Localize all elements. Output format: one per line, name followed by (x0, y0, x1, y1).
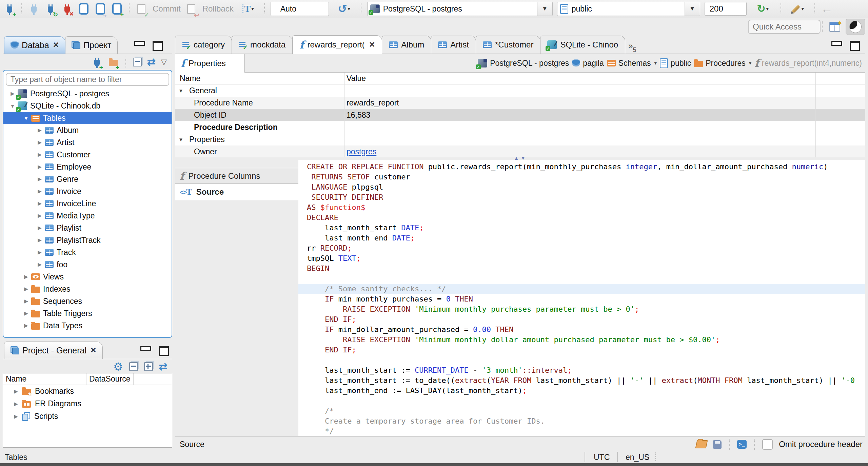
grid-group-properties[interactable]: ▼Properties (175, 133, 865, 145)
tree-item-table[interactable]: ▶Playlist (3, 222, 172, 234)
tree-item-views[interactable]: ▶Views (3, 271, 172, 283)
expand-arrow-icon[interactable]: ▶ (35, 188, 45, 194)
commit-label[interactable]: Commit (153, 4, 181, 14)
expand-arrow-icon[interactable]: ▶ (21, 298, 31, 304)
tree-item-sequences[interactable]: ▶Sequences (3, 295, 172, 307)
sql-format-button[interactable]: ▾ (787, 2, 809, 16)
tree-item-table[interactable]: ▶Genre (3, 173, 172, 185)
collapse-all-icon[interactable] (129, 362, 138, 371)
grid-row-object-id[interactable]: Object ID16,583 (175, 109, 865, 121)
column-name[interactable]: Name (3, 373, 86, 385)
expand-arrow-icon[interactable]: ▶ (35, 127, 45, 133)
owner-link[interactable]: postgres (347, 147, 376, 156)
expand-arrow-icon[interactable]: ▶ (35, 249, 45, 255)
column-name[interactable]: Name (175, 74, 347, 83)
expand-arrow-icon[interactable]: ▶ (11, 401, 21, 407)
expand-arrow-icon[interactable]: ▶ (35, 237, 45, 243)
column-value[interactable]: Value (347, 74, 366, 83)
editor-tab-category[interactable]: ✓category (175, 36, 232, 54)
project-item-scripts[interactable]: ▶Scripts (3, 410, 172, 423)
code-line[interactable]: IF min_monthly_purchases = 0 THEN (298, 294, 865, 304)
close-icon[interactable]: ✕ (90, 346, 96, 355)
code-line[interactable] (298, 355, 865, 365)
tree-item-tables[interactable]: ▼Tables (3, 112, 172, 124)
code-line[interactable]: LANGUAGE plpgsql (298, 182, 865, 192)
code-line[interactable]: RAISE EXCEPTION 'Minimum monthly purchas… (298, 304, 865, 314)
commit-mode-combo[interactable]: Auto (271, 2, 329, 16)
tree-item-table[interactable]: ▶Artist (3, 136, 172, 149)
open-file-icon[interactable] (695, 440, 708, 448)
code-line[interactable]: RAISE EXCEPTION 'Minimum monthly dollar … (298, 335, 865, 345)
expand-arrow-icon[interactable]: ▶ (35, 176, 45, 182)
minimize-icon[interactable] (831, 41, 842, 46)
code-line[interactable]: END IF; (298, 345, 865, 355)
code-line[interactable]: tmpSQL TEXT; (298, 253, 865, 264)
auto-refresh-button[interactable]: ↻▾ (751, 2, 775, 16)
tree-item-table[interactable]: ▶Track (3, 246, 172, 258)
project-item-bookmarks[interactable]: ▶★Bookmarks (3, 385, 172, 397)
editor-tab-rewards-report[interactable]: frewards_report(✕ (292, 35, 382, 54)
rollback-button[interactable]: ↩ (185, 2, 197, 16)
tree-item-table[interactable]: ▶InvoiceLine (3, 197, 172, 210)
code-line[interactable]: last_month_start := CURRENT_DATE - '3 mo… (298, 365, 865, 375)
grid-row-procedure-description[interactable]: Procedure Description (175, 121, 865, 133)
omit-procedure-header-checkbox[interactable] (762, 439, 773, 450)
tree-item-table[interactable]: ▶PlaylistTrack (3, 234, 172, 246)
link-with-editor-icon[interactable]: ⇄ (159, 362, 167, 371)
tree-item-table[interactable]: ▶Customer (3, 149, 172, 161)
source-code-editor[interactable]: CREATE OR REPLACE FUNCTION public.reward… (298, 160, 865, 436)
expand-arrow-icon[interactable]: ▶ (35, 261, 45, 268)
expand-arrow-icon[interactable]: ▶ (35, 225, 45, 231)
tab-overflow-button[interactable]: »5 (628, 42, 636, 54)
expand-arrow-icon[interactable]: ▶ (35, 152, 45, 158)
tree-item-table[interactable]: ▶MediaType (3, 210, 172, 222)
editor-tab-mockdata[interactable]: ✓mockdata (232, 36, 293, 54)
expand-arrow-icon[interactable]: ▶ (35, 213, 45, 219)
code-line[interactable]: last_month_end := LAST_DAY(last_month_st… (298, 386, 865, 396)
code-line[interactable]: last_month_end DATE; (298, 233, 865, 243)
maximize-icon[interactable] (850, 41, 860, 51)
code-line[interactable] (298, 396, 865, 406)
transaction-log-button[interactable]: ↺▾ (333, 2, 355, 16)
gear-icon[interactable]: ⚙ (113, 361, 123, 372)
grid-source-splitter[interactable]: ▲▼ (175, 157, 865, 160)
code-line[interactable]: last_month_start := to_date((extract(YEA… (298, 375, 865, 386)
editor-tab-customer[interactable]: *Customer (476, 36, 540, 54)
tree-item-table[interactable]: ▶Invoice (3, 185, 172, 197)
tree-item-table[interactable]: ▶Album (3, 124, 172, 136)
expand-arrow-icon[interactable]: ▶ (35, 139, 45, 145)
column-datasource[interactable]: DataSource (86, 373, 134, 385)
view-menu-icon[interactable]: ▽ (161, 58, 167, 66)
expand-arrow-icon[interactable]: ▶ (21, 286, 31, 292)
fetch-size-input[interactable] (705, 2, 747, 16)
minimize-icon[interactable] (134, 41, 145, 46)
code-line[interactable]: RETURNS SETOF customer (298, 172, 865, 182)
new-connection-button[interactable]: + (92, 55, 102, 69)
tree-item-table[interactable]: ▶foo (3, 258, 172, 271)
maximize-icon[interactable] (159, 346, 169, 356)
dbeaver-perspective-button[interactable] (846, 19, 865, 35)
editor-tab-album[interactable]: Album (382, 36, 431, 54)
collapse-arrow-icon[interactable]: ▼ (21, 115, 31, 121)
object-filter-input[interactable] (6, 73, 169, 86)
grid-group-general[interactable]: ▼General (175, 84, 865, 97)
code-line[interactable]: END IF; (298, 314, 865, 325)
save-icon[interactable] (713, 440, 722, 449)
expand-arrow-icon[interactable]: ▶ (35, 164, 45, 170)
code-line[interactable]: DECLARE (298, 213, 865, 223)
schema-dropdown-button[interactable]: ▼ (685, 2, 700, 16)
collapse-arrow-icon[interactable]: ▼ (175, 88, 186, 94)
breadcrumb-item-procedure[interactable]: frewards_report(int4,numeric) (754, 58, 862, 68)
editor-tab-artist[interactable]: Artist (431, 36, 476, 54)
status-locale[interactable]: en_US (626, 453, 649, 462)
code-line[interactable] (298, 274, 865, 284)
new-folder-button[interactable]: + (108, 55, 119, 69)
new-connection-button[interactable]: + (3, 2, 16, 16)
expand-arrow-icon[interactable]: ▶ (11, 388, 21, 394)
code-line[interactable]: */ (298, 426, 865, 436)
code-line-current[interactable]: /* Some sanity checks... */ (298, 284, 865, 294)
rollback-label[interactable]: Rollback (202, 4, 234, 14)
breadcrumb-item-schemas[interactable]: Schemas▾ (607, 59, 657, 68)
code-line[interactable]: AS $function$ (298, 202, 865, 213)
breadcrumb-item-connection[interactable]: ✓PostgreSQL - postgres (478, 59, 569, 68)
